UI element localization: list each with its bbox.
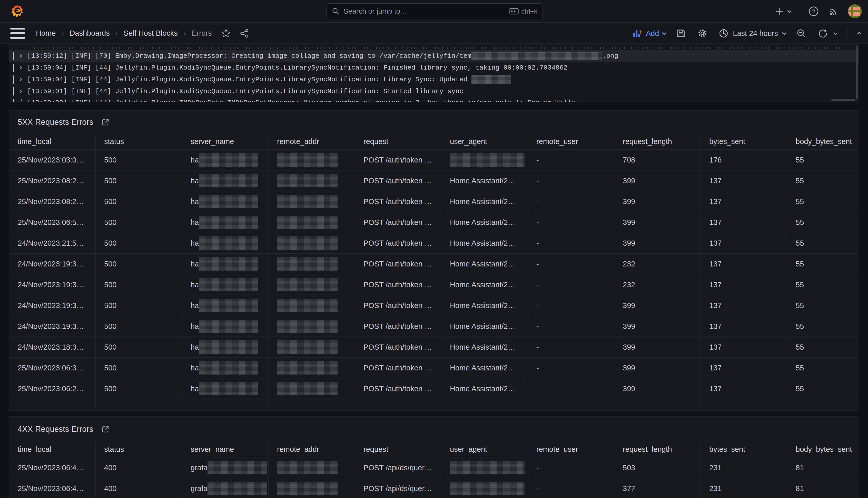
- cell-remote_addr: [269, 170, 355, 191]
- cell-bytes_sent: 137: [701, 316, 787, 337]
- column-header-status[interactable]: status: [96, 442, 182, 457]
- expand-chevron-icon[interactable]: [18, 78, 22, 81]
- column-header-status[interactable]: status: [96, 134, 182, 149]
- column-header-bytes_sent[interactable]: bytes_sent: [701, 134, 787, 149]
- table-row: 24/Nov/2023:21:5…500haPOST /auth/token ……: [9, 233, 859, 254]
- redacted-cell: [277, 461, 338, 474]
- collapse-toolbar-button[interactable]: [858, 32, 861, 35]
- redacted-cell: [277, 174, 338, 187]
- log-vertical-scrollbar[interactable]: [856, 45, 858, 99]
- cell-request: POST /auth/token …: [355, 170, 442, 191]
- column-header-time_local[interactable]: time_local: [9, 134, 96, 149]
- cell-remote_addr: [269, 212, 355, 233]
- help-button[interactable]: ?: [808, 6, 819, 17]
- cell-time_local: 24/Nov/2023:19:3…: [9, 316, 96, 337]
- cell-request: POST /auth/token …: [355, 378, 442, 399]
- expand-chevron-icon[interactable]: [19, 99, 22, 101]
- save-icon: [676, 28, 686, 39]
- redacted-cell: [277, 382, 338, 395]
- cell-body_bytes_sent: 55: [787, 295, 859, 316]
- new-button[interactable]: [775, 7, 790, 16]
- cell-time_local: 25/Nov/2023:08:2…: [9, 170, 96, 191]
- column-header-request[interactable]: request: [355, 442, 442, 457]
- cell-time_local: 24/Nov/2023:21:5…: [9, 233, 96, 253]
- share-button[interactable]: [240, 28, 249, 38]
- cell-server_name: ha: [182, 295, 269, 316]
- dashboard-settings-button[interactable]: [697, 28, 708, 39]
- expand-chevron-icon[interactable]: [18, 89, 22, 93]
- cell-body_bytes_sent: 55: [787, 233, 859, 253]
- external-link-icon[interactable]: [101, 118, 110, 127]
- keyboard-icon: [510, 8, 519, 15]
- cell-bytes_sent: 137: [701, 212, 787, 233]
- log-level-bar: [13, 64, 14, 72]
- favorite-star-button[interactable]: [221, 28, 231, 38]
- breadcrumb-item[interactable]: Home: [36, 29, 56, 38]
- menu-toggle-button[interactable]: [10, 28, 25, 39]
- cell-remote_user: -: [528, 191, 614, 212]
- column-header-remote_addr[interactable]: remote_addr: [269, 134, 355, 149]
- refresh-button[interactable]: [817, 28, 837, 39]
- column-header-remote_user[interactable]: remote_user: [528, 134, 614, 149]
- expand-chevron-icon[interactable]: [18, 66, 22, 69]
- cell-status: 500: [96, 357, 182, 378]
- breadcrumb-item[interactable]: Self Host Blocks: [124, 29, 178, 38]
- column-header-server_name[interactable]: server_name: [182, 442, 269, 457]
- table-header-row: time_localstatusserver_nameremote_addrre…: [9, 442, 859, 457]
- search-shortcut: ctrl+k: [521, 8, 537, 15]
- column-header-request_length[interactable]: request_length: [614, 134, 701, 149]
- table-row: 25/Nov/2023:06:3…500haPOST /auth/token ……: [9, 357, 859, 378]
- cell-bytes_sent: 137: [701, 254, 787, 274]
- save-dashboard-button[interactable]: [676, 28, 686, 39]
- news-button[interactable]: [828, 6, 839, 17]
- cell-remote_addr: [269, 295, 355, 316]
- column-header-request_length[interactable]: request_length: [614, 442, 701, 457]
- cell-remote_user: -: [528, 378, 614, 399]
- column-header-server_name[interactable]: server_name: [182, 134, 269, 149]
- column-header-body_bytes_sent[interactable]: body_bytes_sent: [787, 134, 859, 149]
- cell-status: 500: [96, 212, 182, 233]
- cell-server_name: ha: [182, 357, 269, 378]
- time-range-picker[interactable]: Last 24 hours: [718, 28, 785, 39]
- cell-user_agent: Home Assistant/2…: [442, 295, 528, 316]
- cell-remote_user: -: [528, 357, 614, 378]
- log-message: [13:59:12] [INF] [70] Emby.Drawing.Image…: [27, 52, 618, 60]
- chevron-down-icon: [833, 30, 838, 35]
- redacted-cell: [277, 236, 338, 250]
- cell-remote_user: -: [528, 233, 614, 253]
- search-input[interactable]: Search or jump to... ctrl+k: [326, 3, 543, 19]
- column-header-user_agent[interactable]: user_agent: [442, 134, 528, 149]
- cell-user_agent: [442, 478, 528, 498]
- log-message: [13:59:04] [INF] [44] Jellyfin.Plugin.Ko…: [27, 64, 567, 71]
- cell-bytes_sent: 176: [701, 150, 787, 170]
- divider: [847, 28, 847, 39]
- cell-time_local: 24/Nov/2023:19:3…: [9, 295, 96, 316]
- cell-remote_user: -: [528, 478, 614, 498]
- add-panel-button[interactable]: + Add: [633, 29, 665, 38]
- cell-request_length: 399: [614, 337, 701, 357]
- column-header-time_local[interactable]: time_local: [9, 442, 96, 457]
- redacted-cell: [199, 215, 258, 229]
- share-icon: [240, 28, 249, 38]
- redacted-cell: [199, 153, 258, 167]
- avatar[interactable]: [848, 4, 862, 18]
- log-horizontal-scrollbar[interactable]: [831, 99, 855, 101]
- zoom-out-time-button[interactable]: [796, 28, 807, 39]
- grafana-logo-icon[interactable]: [11, 4, 24, 18]
- column-header-request[interactable]: request: [355, 134, 442, 149]
- cell-bytes_sent: 137: [701, 233, 787, 253]
- breadcrumb-item[interactable]: Dashboards: [69, 29, 110, 38]
- log-level-bar: [13, 52, 14, 60]
- column-header-remote_addr[interactable]: remote_addr: [269, 442, 355, 457]
- column-header-remote_user[interactable]: remote_user: [528, 442, 614, 457]
- table-row: 25/Nov/2023:08:2…500haPOST /auth/token ……: [9, 191, 859, 212]
- external-link-icon[interactable]: [101, 425, 110, 434]
- cell-remote_user: -: [528, 274, 614, 295]
- cell-time_local: 25/Nov/2023:06:5…: [9, 212, 96, 233]
- filler-cell: [528, 399, 614, 409]
- chevron-down-icon: [662, 30, 666, 35]
- column-header-bytes_sent[interactable]: bytes_sent: [701, 442, 787, 457]
- expand-chevron-icon[interactable]: [18, 54, 22, 57]
- column-header-user_agent[interactable]: user_agent: [442, 442, 528, 457]
- column-header-body_bytes_sent[interactable]: body_bytes_sent: [787, 442, 859, 457]
